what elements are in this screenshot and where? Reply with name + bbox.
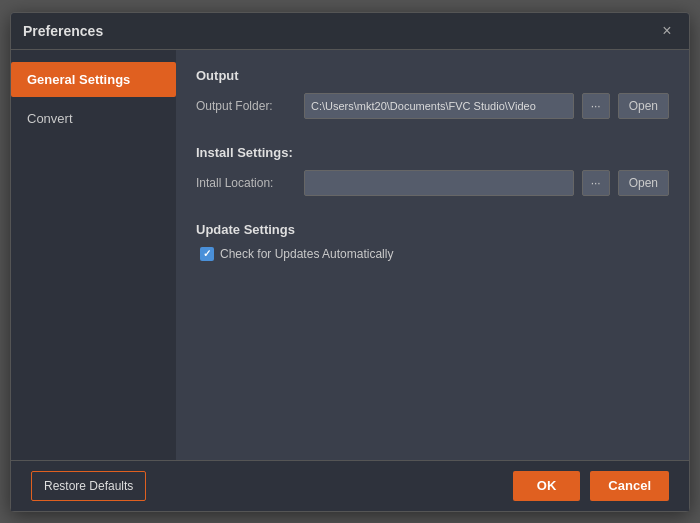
output-section-title: Output <box>196 68 669 83</box>
install-location-input[interactable] <box>304 170 574 196</box>
auto-update-checkbox[interactable] <box>200 247 214 261</box>
sidebar: General Settings Convert <box>11 50 176 460</box>
install-location-label: Intall Location: <box>196 176 296 190</box>
install-location-dots-button[interactable]: ··· <box>582 170 610 196</box>
footer-right-buttons: OK Cancel <box>513 471 669 501</box>
restore-defaults-button[interactable]: Restore Defaults <box>31 471 146 501</box>
update-section: Update Settings Check for Updates Automa… <box>196 222 669 261</box>
dialog-title: Preferences <box>23 23 103 39</box>
output-section: Output Output Folder: ··· Open <box>196 68 669 131</box>
install-location-row: Intall Location: ··· Open <box>196 170 669 196</box>
update-section-title: Update Settings <box>196 222 669 237</box>
close-button[interactable]: × <box>657 21 677 41</box>
install-location-open-button[interactable]: Open <box>618 170 669 196</box>
title-bar: Preferences × <box>11 13 689 50</box>
dialog-footer: Restore Defaults OK Cancel <box>11 460 689 511</box>
sidebar-item-convert[interactable]: Convert <box>11 101 176 136</box>
output-folder-open-button[interactable]: Open <box>618 93 669 119</box>
output-folder-input[interactable] <box>304 93 574 119</box>
auto-update-label: Check for Updates Automatically <box>220 247 393 261</box>
ok-button[interactable]: OK <box>513 471 581 501</box>
output-folder-label: Output Folder: <box>196 99 296 113</box>
auto-update-row: Check for Updates Automatically <box>200 247 669 261</box>
install-section: Install Settings: Intall Location: ··· O… <box>196 145 669 208</box>
dialog-body: General Settings Convert Output Output F… <box>11 50 689 460</box>
output-folder-row: Output Folder: ··· Open <box>196 93 669 119</box>
preferences-dialog: Preferences × General Settings Convert O… <box>10 12 690 512</box>
output-folder-dots-button[interactable]: ··· <box>582 93 610 119</box>
cancel-button[interactable]: Cancel <box>590 471 669 501</box>
content-area: Output Output Folder: ··· Open Install S… <box>176 50 689 460</box>
sidebar-item-general-settings[interactable]: General Settings <box>11 62 176 97</box>
install-section-title: Install Settings: <box>196 145 669 160</box>
